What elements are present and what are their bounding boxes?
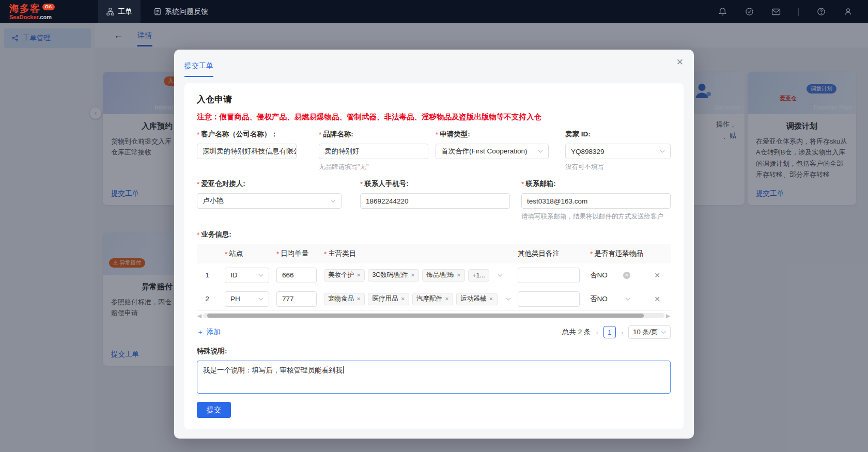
category-multiselect[interactable]: 美妆个护✕ 3C数码/配件✕ 饰品/配饰✕ +1... bbox=[324, 269, 503, 282]
contact-person-select[interactable]: 卢小艳 bbox=[197, 193, 342, 209]
daily-volume-input[interactable]: 777 bbox=[276, 291, 317, 307]
logo-cn: 海多客 bbox=[9, 3, 40, 14]
nav-workorder[interactable]: 工单 bbox=[98, 0, 141, 23]
email-input[interactable]: test0318@163.com bbox=[521, 193, 671, 209]
chevron-down-icon bbox=[331, 199, 336, 202]
scroll-left-icon[interactable]: ◀ bbox=[197, 313, 202, 319]
form-row-1: *客户名称（公司名称）： 深圳卖的特别好科技信息有限公司 *品牌名称: 卖的特别… bbox=[197, 130, 671, 172]
category-tag[interactable]: 美妆个护✕ bbox=[324, 269, 365, 282]
category-tag[interactable]: 医疗用品✕ bbox=[368, 293, 409, 305]
other-note-input[interactable] bbox=[518, 268, 580, 283]
category-tag[interactable]: 饰品/配饰✕ bbox=[422, 269, 465, 282]
user-icon[interactable] bbox=[843, 7, 853, 17]
modal-tabs: 提交工单 bbox=[174, 59, 694, 77]
text-caret bbox=[343, 366, 344, 373]
category-more-tag[interactable]: +1... bbox=[468, 269, 489, 282]
topbar-actions bbox=[718, 7, 853, 17]
business-info-label: *业务信息: bbox=[197, 230, 671, 239]
category-tag[interactable]: 宠物食品✕ bbox=[324, 293, 365, 305]
nav-feedback-label: 系统问题反馈 bbox=[165, 7, 208, 17]
page-1-button[interactable]: 1 bbox=[603, 326, 616, 338]
check-circle-icon[interactable] bbox=[745, 7, 754, 17]
category-multiselect[interactable]: 宠物食品✕ 医疗用品✕ 汽摩配件✕ 运动器械✕ bbox=[324, 293, 511, 305]
tag-close-icon[interactable]: ✕ bbox=[357, 296, 361, 302]
pagination: 总共 2 条 ‹ 1 › 10 条/页 bbox=[562, 325, 671, 339]
chevron-down-icon bbox=[660, 150, 665, 153]
mail-icon[interactable] bbox=[771, 7, 781, 17]
col-main-category: *主营类目 bbox=[317, 249, 510, 258]
close-icon[interactable]: ✕ bbox=[676, 57, 684, 68]
row-delete-button[interactable]: ✕ bbox=[654, 271, 660, 279]
form-title: 入仓申请 bbox=[197, 93, 671, 105]
nav-feedback[interactable]: 系统问题反馈 bbox=[146, 0, 216, 23]
seller-id-select[interactable]: YQ898329 bbox=[565, 144, 671, 159]
chevron-down-icon bbox=[498, 274, 503, 277]
col-other-note: 其他类目备注 bbox=[510, 249, 583, 258]
customer-name-input[interactable]: 深圳卖的特别好科技信息有限公司 bbox=[197, 144, 297, 159]
logo-en: SeaDocker.com bbox=[9, 14, 87, 20]
chevron-down-icon bbox=[625, 298, 630, 301]
scroll-right-icon[interactable]: ▶ bbox=[665, 313, 671, 319]
category-tag[interactable]: 3C数码/配件✕ bbox=[368, 269, 419, 282]
logo-oa-badge: OA bbox=[42, 4, 55, 10]
phone-input[interactable]: 18692244220 bbox=[360, 193, 510, 209]
row-index: 1 bbox=[197, 271, 218, 279]
scrollbar-thumb[interactable] bbox=[207, 314, 644, 318]
site-select[interactable]: ID bbox=[225, 268, 269, 283]
category-tag[interactable]: 运动器械✕ bbox=[456, 293, 497, 305]
business-table-scroll-area: *站点 *日均单量 *主营类目 其他类目备注 *是否有违禁物品 1 ID 666 bbox=[197, 244, 644, 311]
topbar-divider bbox=[798, 8, 799, 16]
page-size-select[interactable]: 10 条/页 bbox=[628, 325, 671, 339]
app-window: 海多客OA SeaDocker.com 工单 系统问题反馈 工单管理 bbox=[0, 0, 868, 452]
row-delete-button[interactable]: ✕ bbox=[654, 295, 660, 303]
apply-type-select[interactable]: 首次合作(First Cooperation) bbox=[436, 144, 549, 159]
tag-close-icon[interactable]: ✕ bbox=[400, 296, 405, 302]
tag-close-icon[interactable]: ✕ bbox=[489, 296, 493, 302]
add-row-link[interactable]: ＋添加 bbox=[197, 328, 221, 337]
logo[interactable]: 海多客OA SeaDocker.com bbox=[9, 4, 87, 20]
horizontal-scrollbar[interactable]: ◀ ▶ bbox=[197, 313, 671, 319]
customer-name-label: *客户名称（公司名称）： bbox=[197, 130, 319, 139]
site-select[interactable]: PH bbox=[225, 291, 269, 307]
brand-name-label: *品牌名称: bbox=[319, 130, 436, 139]
tab-submit-workorder[interactable]: 提交工单 bbox=[184, 61, 213, 77]
seller-id-hint: 没有可不填写 bbox=[565, 163, 671, 172]
tag-close-icon[interactable]: ✕ bbox=[411, 272, 415, 278]
clear-icon[interactable]: ✕ bbox=[623, 272, 630, 279]
tag-close-icon[interactable]: ✕ bbox=[357, 272, 361, 278]
special-note-textarea[interactable]: 我是一个说明：填写后，审核管理员能看到我 bbox=[197, 361, 671, 394]
col-daily-volume: *日均单量 bbox=[269, 249, 317, 258]
total-count: 总共 2 条 bbox=[562, 328, 591, 337]
warning-text: 注意：假冒商品、侵权产品、易燃易爆物品、管制武器、非法毒品、淫秽物品及盗版出版物… bbox=[197, 112, 671, 122]
brand-hint: 无品牌请填写"无" bbox=[319, 163, 436, 172]
tag-close-icon[interactable]: ✕ bbox=[445, 296, 449, 302]
bell-icon[interactable] bbox=[718, 7, 727, 17]
daily-volume-input[interactable]: 666 bbox=[276, 268, 317, 283]
col-site: *站点 bbox=[218, 249, 269, 258]
business-row-1: 1 ID 666 美妆个护✕ 3C数码/配件✕ 饰品/配饰✕ +1... bbox=[197, 263, 644, 287]
submit-workorder-modal: ✕ 提交工单 入仓申请 注意：假冒商品、侵权产品、易燃易爆物品、管制武器、非法毒… bbox=[174, 50, 694, 439]
brand-name-input[interactable]: 卖的特别好 bbox=[319, 144, 428, 159]
prev-page-icon[interactable]: ‹ bbox=[596, 329, 598, 336]
email-hint: 请填写联系邮箱，结果将以邮件的方式发送给客户 bbox=[521, 212, 671, 221]
other-note-input[interactable] bbox=[518, 291, 580, 307]
warehouse-entry-form: 入仓申请 注意：假冒商品、侵权产品、易燃易爆物品、管制武器、非法毒品、淫秽物品及… bbox=[184, 83, 684, 429]
help-icon[interactable] bbox=[816, 7, 826, 17]
email-label: *联系邮箱: bbox=[521, 179, 671, 189]
submit-button[interactable]: 提交 bbox=[197, 402, 231, 418]
row-index: 2 bbox=[197, 295, 218, 303]
business-table-actions: ✕ ✕ bbox=[644, 244, 671, 311]
tag-close-icon[interactable]: ✕ bbox=[457, 272, 461, 278]
nav-workorder-label: 工单 bbox=[118, 7, 132, 17]
col-prohibited: *是否有违禁物品 bbox=[583, 249, 644, 258]
chevron-down-icon bbox=[538, 150, 543, 153]
prohibited-select[interactable]: 否NO ✕ bbox=[583, 271, 644, 280]
contact-person-label: *爱亚仓对接人: bbox=[197, 179, 360, 189]
seller-id-label: 卖家 ID: bbox=[565, 130, 671, 139]
category-tag[interactable]: 汽摩配件✕ bbox=[412, 293, 453, 305]
feedback-doc-icon bbox=[154, 8, 161, 15]
next-page-icon[interactable]: › bbox=[621, 329, 623, 336]
prohibited-select[interactable]: 否NO bbox=[583, 294, 644, 304]
plus-icon: ＋ bbox=[197, 328, 204, 337]
sitemap-icon bbox=[106, 8, 114, 15]
